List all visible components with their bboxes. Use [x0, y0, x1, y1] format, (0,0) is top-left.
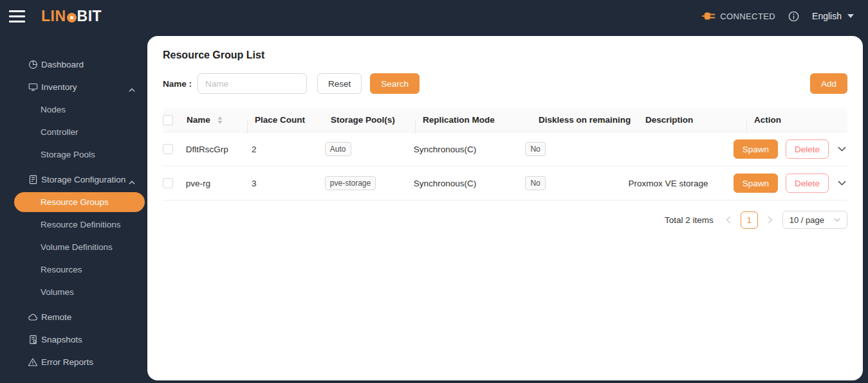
- replication-mode-value: Synchronous(C): [414, 145, 477, 154]
- spawn-button[interactable]: Spawn: [734, 139, 778, 159]
- connection-status-label: CONNECTED: [720, 12, 775, 21]
- database-icon: [28, 175, 38, 185]
- header-diskless: Diskless on remaining: [539, 115, 645, 125]
- header-label: Description: [645, 115, 693, 125]
- sidebar-item-remote[interactable]: Remote: [0, 306, 147, 328]
- sidebar-item-label: Controller: [41, 127, 78, 137]
- chevron-up-icon: [129, 177, 135, 187]
- spawn-button[interactable]: Spawn: [734, 174, 778, 193]
- sidebar-item-label: Snapshots: [41, 335, 82, 344]
- row-expand-chevron-icon[interactable]: [836, 179, 847, 187]
- sidebar-item-snapshots[interactable]: Snapshots: [0, 328, 147, 351]
- linbit-logo: LIN BIT: [41, 8, 102, 25]
- table-header-row: Name Place Count Storage Pool(s) Replica…: [163, 108, 847, 132]
- header-label: Diskless on remaining: [539, 115, 631, 125]
- caret-down-icon: [847, 14, 854, 18]
- sort-icon[interactable]: [217, 116, 223, 124]
- page-size-value: 10 / page: [790, 215, 824, 225]
- chevron-up-icon: [129, 85, 135, 94]
- header-label: Action: [754, 115, 781, 125]
- header-label: Replication Mode: [423, 115, 495, 125]
- sidebar-item-nodes[interactable]: Nodes: [0, 98, 147, 121]
- pagination: Total 2 items 1 10 / page: [163, 211, 847, 229]
- logo-dot-icon: [67, 13, 77, 22]
- content-card: Resource Group List Name : Reset Search …: [147, 36, 863, 380]
- sidebar-item-dashboard[interactable]: Dashboard: [0, 53, 147, 76]
- pagination-prev-icon[interactable]: [723, 215, 734, 225]
- sidebar-item-label: Resources: [41, 265, 82, 274]
- header-label: Name: [187, 115, 210, 125]
- connection-status: CONNECTED: [702, 11, 775, 21]
- sidebar-item-label: Resource Definitions: [41, 220, 121, 229]
- pagination-total: Total 2 items: [665, 215, 714, 225]
- sidebar-item-resource-groups[interactable]: Resource Groups: [14, 192, 145, 212]
- sidebar-item-volume-definitions[interactable]: Volume Definitions: [0, 236, 147, 258]
- header-label: Place Count: [255, 115, 305, 125]
- place-count-value: 2: [252, 145, 257, 154]
- language-selector[interactable]: English: [812, 11, 854, 21]
- select-all-checkbox[interactable]: [163, 115, 173, 125]
- search-button[interactable]: Search: [370, 73, 420, 94]
- linstor-app: LIN BIT CONNECTED: [0, 0, 868, 383]
- sidebar-item-label: Volumes: [41, 287, 74, 297]
- sidebar-item-error-reports[interactable]: Error Reports: [0, 351, 147, 373]
- page-size-selector[interactable]: 10 / page: [782, 211, 847, 229]
- sidebar-item-inventory[interactable]: Inventory: [0, 76, 147, 98]
- sidebar-item-resource-definitions[interactable]: Resource Definitions: [0, 213, 147, 236]
- pagination-next-icon[interactable]: [765, 215, 775, 225]
- row-checkbox[interactable]: [163, 144, 173, 154]
- resource-group-name: DfltRscGrp: [186, 145, 228, 154]
- header-action: Action: [754, 115, 847, 125]
- sidebar-item-label: Storage Configuration: [41, 175, 125, 184]
- sidebar-item-label: Nodes: [41, 105, 66, 114]
- topbar-right: CONNECTED English: [702, 11, 854, 22]
- sidebar-item-resources[interactable]: Resources: [0, 258, 147, 281]
- page-title: Resource Group List: [163, 49, 847, 61]
- sidebar-item-storage-pools[interactable]: Storage Pools: [0, 143, 147, 166]
- info-circle-icon[interactable]: [788, 11, 799, 22]
- row-checkbox[interactable]: [163, 178, 173, 188]
- topbar: LIN BIT CONNECTED: [0, 0, 868, 32]
- sidebar-item-controller[interactable]: Controller: [0, 121, 147, 143]
- header-checkbox-cell: [163, 115, 187, 125]
- row-expand-chevron-icon[interactable]: [836, 145, 847, 153]
- header-storage-pools: Storage Pool(s): [331, 115, 423, 125]
- cloud-icon: [28, 312, 38, 323]
- sidebar-item-label: Storage Pools: [41, 150, 95, 159]
- chevron-down-icon: [834, 218, 840, 222]
- language-label: English: [812, 11, 842, 21]
- sidebar: Dashboard Inventory Nodes Controller Sto…: [0, 32, 147, 383]
- logo-text-bit: BIT: [77, 8, 102, 25]
- add-button[interactable]: Add: [810, 73, 847, 94]
- sidebar-item-label: Resource Groups: [41, 197, 109, 207]
- resource-group-name: pve-rg: [186, 179, 210, 188]
- header-name[interactable]: Name: [187, 115, 255, 125]
- logo-text-lin: LIN: [41, 8, 66, 25]
- table-row: pve-rg 3 pve-storage Synchronous(C) No P…: [163, 166, 847, 200]
- snapshot-file-icon: [28, 335, 38, 345]
- header-place-count: Place Count: [255, 115, 331, 125]
- storage-pool-tag: Auto: [325, 142, 351, 156]
- delete-button[interactable]: Delete: [786, 139, 829, 159]
- storage-pool-tag: pve-storage: [325, 176, 376, 190]
- name-filter-label: Name :: [163, 79, 192, 89]
- reset-button[interactable]: Reset: [317, 73, 362, 94]
- name-filter-input[interactable]: [198, 73, 307, 94]
- header-description: Description: [645, 115, 754, 125]
- header-replication-mode: Replication Mode: [423, 115, 539, 125]
- pagination-page-1[interactable]: 1: [741, 211, 758, 229]
- delete-button[interactable]: Delete: [786, 174, 829, 193]
- sidebar-item-label: Volume Definitions: [41, 242, 113, 252]
- warning-triangle-icon: [28, 357, 38, 368]
- monitor-icon: [28, 82, 38, 93]
- filter-row: Name : Reset Search Add: [163, 73, 847, 94]
- header-label: Storage Pool(s): [331, 115, 395, 125]
- diskless-tag: No: [525, 176, 545, 190]
- place-count-value: 3: [252, 179, 257, 188]
- hamburger-menu-icon[interactable]: [9, 10, 25, 22]
- diskless-tag: No: [525, 142, 545, 156]
- sidebar-item-storage-configuration[interactable]: Storage Configuration: [0, 168, 147, 191]
- sidebar-item-volumes[interactable]: Volumes: [0, 281, 147, 303]
- sidebar-item-label: Inventory: [41, 82, 77, 92]
- sidebar-item-label: Remote: [41, 312, 71, 322]
